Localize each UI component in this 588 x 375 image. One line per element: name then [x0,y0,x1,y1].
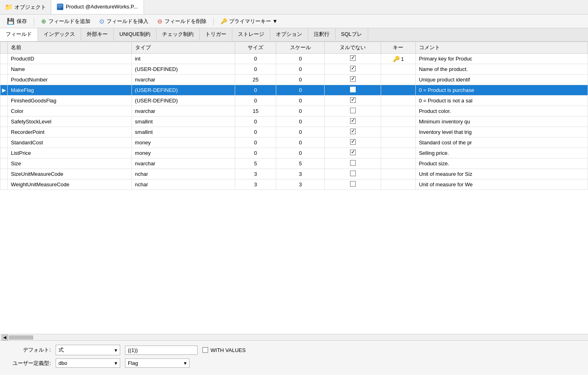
not-null-checkbox[interactable] [350,108,356,113]
field-type: (USER-DEFINED) [131,64,235,75]
tab-unique[interactable]: UNIQUE制約 [114,28,156,41]
field-name[interactable]: WeightUnitMeasureCode [8,179,132,190]
delete-icon: ⊖ [157,18,163,25]
field-comment: Inventory level that trig [415,127,588,138]
default-value-input[interactable] [125,346,198,355]
table-row[interactable]: RecorderPointsmallint00Inventory level t… [0,127,588,138]
tab-foreign-keys[interactable]: 外部キー [81,28,114,41]
field-comment: 0 = Product is not a sal [415,96,588,106]
field-key [381,96,415,106]
tab-triggers[interactable]: トリガー [200,28,232,41]
field-not-null[interactable] [325,158,381,169]
table-row[interactable]: Sizenvarchar55Product size. [0,158,588,169]
table-row[interactable]: Name(USER-DEFINED)00Name of the product. [0,64,588,75]
toolbar-separator-1 [34,17,34,25]
not-null-checkbox[interactable] [350,66,356,71]
user-type-schema-select[interactable]: dbo ▾ [56,358,120,368]
not-null-checkbox[interactable] [350,160,356,166]
not-null-checkbox[interactable] [350,139,356,145]
scroll-thumb[interactable] [9,335,33,340]
field-name[interactable]: SizeUnitMeasureCode [8,169,132,179]
tab-comments[interactable]: 注釈行 [308,28,336,41]
field-key [381,127,415,138]
field-not-null[interactable] [325,169,381,179]
svg-rect-1 [58,4,63,6]
field-not-null[interactable] [325,117,381,127]
user-type-name-select[interactable]: Flag ▾ [125,358,190,368]
delete-field-button[interactable]: ⊖ フィールドを削除 [154,16,210,27]
field-not-null[interactable] [325,106,381,117]
field-not-null[interactable] [325,75,381,85]
bottom-panel: デフォルト: 式 ▾ WITH VALUES ユーザー定義型: dbo ▾ [0,340,588,375]
field-name[interactable]: Size [8,158,132,169]
tab-indexes[interactable]: インデックス [38,28,81,41]
object-icon: 📁 [5,3,13,11]
field-size: 5 [235,158,276,169]
table-row[interactable]: Colornvarchar150Product color. [0,106,588,117]
field-name[interactable]: StandardCost [8,138,132,148]
table-row[interactable]: ProductNumbernvarchar250Unique product i… [0,75,588,85]
field-key [381,179,415,190]
table-row[interactable]: WeightUnitMeasureCodenchar33Unit of meas… [0,179,588,190]
col-key-header: キー [381,42,415,54]
field-type: nvarchar [131,106,235,117]
field-name[interactable]: FinishedGoodsFlag [8,96,132,106]
col-name-header: 名前 [8,42,132,54]
not-null-checkbox[interactable] [350,87,356,92]
with-values-label: WITH VALUES [211,347,246,353]
table-row[interactable]: SizeUnitMeasureCodenchar33Unit of measur… [0,169,588,179]
field-not-null[interactable] [325,138,381,148]
table-row[interactable]: StandardCostmoney00Standard cost of the … [0,138,588,148]
tab-options[interactable]: オプション [270,28,308,41]
table-row[interactable]: ProductIDint00🔑 1Primary key for Produc [0,54,588,64]
field-name[interactable]: ProductNumber [8,75,132,85]
field-not-null[interactable] [325,96,381,106]
field-name[interactable]: ProductID [8,54,132,64]
not-null-checkbox[interactable] [350,97,356,103]
field-not-null[interactable] [325,179,381,190]
tab-check[interactable]: チェック制約 [156,28,200,41]
scroll-left-btn[interactable]: ◀ [2,335,8,340]
field-name[interactable]: Name [8,64,132,75]
field-not-null[interactable] [325,85,381,96]
not-null-checkbox[interactable] [350,55,356,61]
field-not-null[interactable] [325,54,381,64]
field-name[interactable]: RecorderPoint [8,127,132,138]
field-name[interactable]: MakeFlag [8,85,132,96]
add-field-button[interactable]: ⊕ フィールドを追加 [38,16,94,27]
not-null-checkbox[interactable] [350,129,356,134]
table-row[interactable]: FinishedGoodsFlag(USER-DEFINED)000 = Pro… [0,96,588,106]
field-not-null[interactable] [325,148,381,158]
field-name[interactable]: Color [8,106,132,117]
tab-sql[interactable]: SQLプレ [336,28,368,41]
tab-fields[interactable]: フィールド [0,28,38,41]
object-button[interactable]: 📁 オブジェクト [0,0,51,14]
product-tab[interactable]: Product @AdventureWorks.P... [51,0,144,14]
with-values-checkbox[interactable] [202,347,208,353]
field-scale: 5 [276,158,325,169]
not-null-checkbox[interactable] [350,118,356,124]
table-row[interactable]: ▶MakeFlag(USER-DEFINED)000 = Product is … [0,85,588,96]
field-not-null[interactable] [325,64,381,75]
not-null-checkbox[interactable] [350,150,356,155]
field-type: int [131,54,235,64]
table-row[interactable]: ListPricemoney00Selling price. [0,148,588,158]
field-name[interactable]: SafetyStockLevel [8,117,132,127]
row-indicator [0,54,8,64]
not-null-checkbox[interactable] [350,181,356,187]
default-type-select[interactable]: 式 ▾ [56,345,120,355]
field-name[interactable]: ListPrice [8,148,132,158]
insert-field-button[interactable]: ⊙ フィールドを挿入 [96,16,152,27]
save-button[interactable]: 💾 保存 [3,16,31,27]
chevron-down-icon-3: ▾ [184,360,187,366]
not-null-checkbox[interactable] [350,171,356,176]
field-key [381,138,415,148]
not-null-checkbox[interactable] [350,76,356,82]
table-row[interactable]: SafetyStockLevelsmallint00Minimum invent… [0,117,588,127]
primary-key-button[interactable]: 🔑 プライマリーキー ▼ [217,16,281,27]
horizontal-scrollbar[interactable]: ◀ [0,334,588,340]
field-not-null[interactable] [325,127,381,138]
default-label: デフォルト: [6,346,51,354]
field-type: smallint [131,117,235,127]
tab-storage[interactable]: ストレージ [232,28,270,41]
